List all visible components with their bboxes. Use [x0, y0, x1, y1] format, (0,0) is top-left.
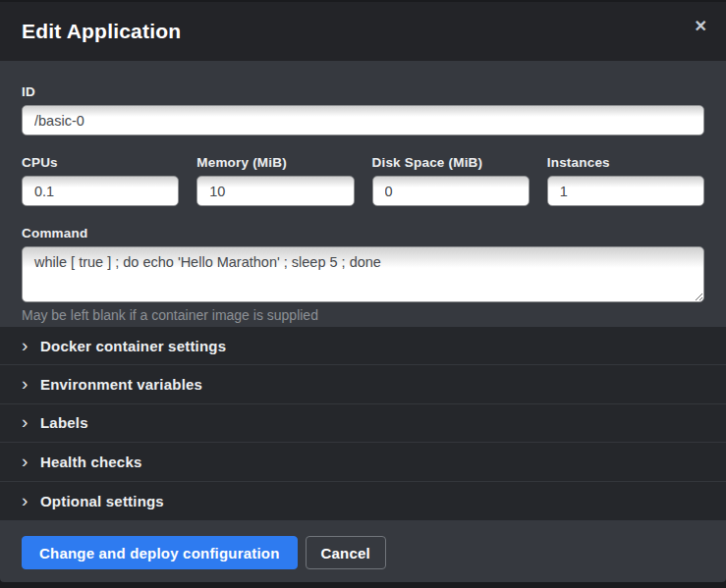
- collapsible-sections: › Docker container settings › Environmen…: [0, 327, 726, 520]
- section-health-checks[interactable]: › Health checks: [0, 443, 726, 481]
- modal-title: Edit Application: [22, 20, 181, 43]
- disk-label: Disk Space (MiB): [372, 155, 530, 170]
- resources-row: CPUs Memory (MiB) Disk Space (MiB) Insta…: [22, 155, 704, 206]
- section-docker-container-settings[interactable]: › Docker container settings: [0, 327, 726, 365]
- instances-field-group: Instances: [547, 155, 704, 206]
- memory-field-group: Memory (MiB): [196, 155, 354, 206]
- cpus-label: CPUs: [22, 155, 179, 170]
- chevron-right-icon: ›: [22, 452, 29, 470]
- disk-input[interactable]: [372, 176, 530, 206]
- instances-label: Instances: [547, 155, 704, 170]
- id-input[interactable]: [22, 105, 704, 135]
- section-label: Optional settings: [40, 493, 164, 509]
- command-textarea[interactable]: while [ true ] ; do echo 'Hello Marathon…: [22, 246, 704, 302]
- cpus-input[interactable]: [22, 176, 179, 206]
- cpus-field-group: CPUs: [22, 155, 179, 206]
- id-field-group: ID: [22, 84, 704, 135]
- disk-field-group: Disk Space (MiB): [372, 155, 530, 206]
- section-optional-settings[interactable]: › Optional settings: [0, 482, 726, 520]
- modal-footer: Change and deploy configuration Cancel: [0, 520, 726, 582]
- chevron-right-icon: ›: [22, 336, 29, 354]
- section-environment-variables[interactable]: › Environment variables: [0, 365, 726, 403]
- close-icon[interactable]: ✕: [691, 15, 711, 38]
- section-labels[interactable]: › Labels: [0, 404, 726, 443]
- chevron-right-icon: ›: [22, 491, 29, 509]
- modal-header: Edit Application ✕: [0, 2, 726, 61]
- cancel-button[interactable]: Cancel: [306, 536, 386, 569]
- command-label: Command: [22, 226, 704, 241]
- application-form: ID CPUs Memory (MiB) Disk Space (MiB) In…: [0, 61, 726, 327]
- memory-label: Memory (MiB): [196, 155, 354, 170]
- id-label: ID: [22, 84, 704, 99]
- section-label: Docker container settings: [40, 338, 226, 354]
- section-label: Health checks: [40, 454, 141, 470]
- chevron-right-icon: ›: [22, 374, 29, 393]
- instances-input[interactable]: [547, 176, 704, 206]
- change-and-deploy-button[interactable]: Change and deploy configuration: [22, 536, 298, 569]
- section-label: Labels: [40, 414, 88, 431]
- memory-input[interactable]: [196, 176, 354, 206]
- command-help-text: May be left blank if a container image i…: [22, 307, 704, 323]
- chevron-right-icon: ›: [22, 412, 29, 431]
- section-label: Environment variables: [40, 376, 202, 393]
- edit-application-modal: Edit Application ✕ ID CPUs Memory (MiB) …: [0, 2, 726, 582]
- command-field-group: Command while [ true ] ; do echo 'Hello …: [22, 226, 704, 323]
